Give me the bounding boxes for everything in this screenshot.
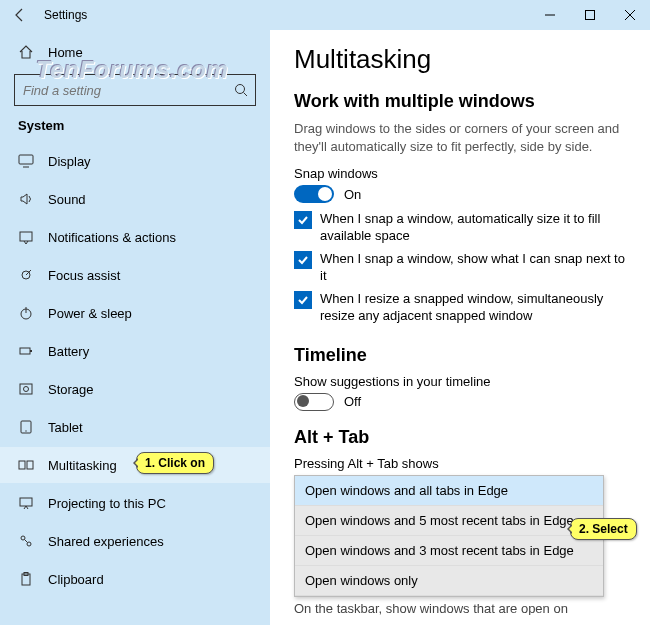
svg-rect-1	[586, 11, 595, 20]
power-icon	[18, 305, 34, 321]
sidebar-item-label: Shared experiences	[48, 534, 164, 549]
svg-point-15	[24, 387, 29, 392]
checkbox[interactable]	[294, 211, 312, 229]
svg-rect-6	[19, 155, 33, 164]
sidebar-item-label: Display	[48, 154, 91, 169]
snap-check-label: When I snap a window, show what I can sn…	[320, 251, 626, 285]
minimize-button[interactable]	[530, 0, 570, 30]
svg-point-22	[27, 542, 31, 546]
snap-check-label: When I snap a window, automatically size…	[320, 211, 626, 245]
snap-toggle-label: Snap windows	[294, 166, 626, 181]
projecting-icon	[18, 495, 34, 511]
svg-rect-18	[19, 461, 25, 469]
window-title: Settings	[40, 8, 87, 22]
sidebar-item-label: Storage	[48, 382, 94, 397]
svg-rect-13	[30, 350, 32, 352]
svg-rect-8	[20, 232, 32, 241]
sidebar: Home System DisplaySoundNotifications & …	[0, 30, 270, 625]
sidebar-item-sound[interactable]: Sound	[0, 181, 270, 217]
timeline-section-title: Timeline	[294, 345, 626, 366]
snap-check-row: When I snap a window, automatically size…	[294, 211, 626, 245]
sidebar-item-power[interactable]: Power & sleep	[0, 295, 270, 331]
alttab-dropdown[interactable]: Open windows and all tabs in EdgeOpen wi…	[294, 475, 604, 597]
snap-section-title: Work with multiple windows	[294, 91, 626, 112]
svg-rect-19	[27, 461, 33, 469]
alttab-option[interactable]: Open windows and all tabs in Edge	[295, 476, 603, 506]
svg-point-4	[236, 85, 245, 94]
sidebar-item-notifications[interactable]: Notifications & actions	[0, 219, 270, 255]
snap-check-row: When I resize a snapped window, simultan…	[294, 291, 626, 325]
svg-rect-20	[20, 498, 32, 506]
search-icon	[233, 82, 249, 98]
sidebar-item-tablet[interactable]: Tablet	[0, 409, 270, 445]
sidebar-home-label: Home	[48, 45, 83, 60]
maximize-button[interactable]	[570, 0, 610, 30]
shared-icon	[18, 533, 34, 549]
sidebar-nav-list: DisplaySoundNotifications & actionsFocus…	[0, 141, 270, 625]
alttab-label: Pressing Alt + Tab shows	[294, 456, 626, 471]
page-title: Multitasking	[294, 44, 626, 75]
search-box[interactable]	[14, 74, 256, 106]
sidebar-item-multitasking[interactable]: Multitasking	[0, 447, 270, 483]
snap-toggle[interactable]	[294, 185, 334, 203]
alttab-option[interactable]: Open windows and 5 most recent tabs in E…	[295, 506, 603, 536]
close-button[interactable]	[610, 0, 650, 30]
svg-rect-14	[20, 384, 32, 394]
sidebar-item-label: Tablet	[48, 420, 83, 435]
notifications-icon	[18, 229, 34, 245]
timeline-toggle-label: Show suggestions in your timeline	[294, 374, 626, 389]
svg-point-21	[21, 536, 25, 540]
battery-icon	[18, 343, 34, 359]
titlebar: Settings	[0, 0, 650, 30]
svg-line-5	[244, 93, 248, 97]
sidebar-item-clipboard[interactable]: Clipboard	[0, 561, 270, 597]
sidebar-item-label: Sound	[48, 192, 86, 207]
sidebar-item-label: Multitasking	[48, 458, 117, 473]
sidebar-item-label: Battery	[48, 344, 89, 359]
multitasking-icon	[18, 457, 34, 473]
content-area: Multitasking Work with multiple windows …	[270, 30, 650, 625]
sidebar-item-storage[interactable]: Storage	[0, 371, 270, 407]
alttab-section-title: Alt + Tab	[294, 427, 626, 448]
sidebar-item-focus[interactable]: Focus assist	[0, 257, 270, 293]
sidebar-item-projecting[interactable]: Projecting to this PC	[0, 485, 270, 521]
snap-toggle-state: On	[344, 187, 361, 202]
alttab-option[interactable]: Open windows only	[295, 566, 603, 596]
home-icon	[18, 44, 34, 60]
focus-icon	[18, 267, 34, 283]
checkbox[interactable]	[294, 251, 312, 269]
sidebar-item-label: Projecting to this PC	[48, 496, 166, 511]
sidebar-item-label: Focus assist	[48, 268, 120, 283]
svg-line-23	[25, 540, 28, 543]
sidebar-item-shared[interactable]: Shared experiences	[0, 523, 270, 559]
cutoff-text: On the taskbar, show windows that are op…	[294, 601, 626, 615]
alttab-option[interactable]: Open windows and 3 most recent tabs in E…	[295, 536, 603, 566]
sound-icon	[18, 191, 34, 207]
search-input[interactable]	[21, 82, 233, 99]
tablet-icon	[18, 419, 34, 435]
timeline-toggle[interactable]	[294, 393, 334, 411]
svg-rect-12	[20, 348, 30, 354]
sidebar-item-label: Clipboard	[48, 572, 104, 587]
snap-description: Drag windows to the sides or corners of …	[294, 120, 626, 156]
checkbox[interactable]	[294, 291, 312, 309]
display-icon	[18, 153, 34, 169]
back-button[interactable]	[0, 7, 40, 23]
sidebar-home[interactable]: Home	[0, 34, 270, 70]
snap-check-label: When I resize a snapped window, simultan…	[320, 291, 626, 325]
storage-icon	[18, 381, 34, 397]
timeline-toggle-state: Off	[344, 394, 361, 409]
clipboard-icon	[18, 571, 34, 587]
sidebar-section-label: System	[0, 114, 270, 141]
snap-check-row: When I snap a window, show what I can sn…	[294, 251, 626, 285]
sidebar-item-display[interactable]: Display	[0, 143, 270, 179]
sidebar-item-label: Notifications & actions	[48, 230, 176, 245]
sidebar-item-battery[interactable]: Battery	[0, 333, 270, 369]
sidebar-item-label: Power & sleep	[48, 306, 132, 321]
svg-point-17	[25, 430, 26, 431]
